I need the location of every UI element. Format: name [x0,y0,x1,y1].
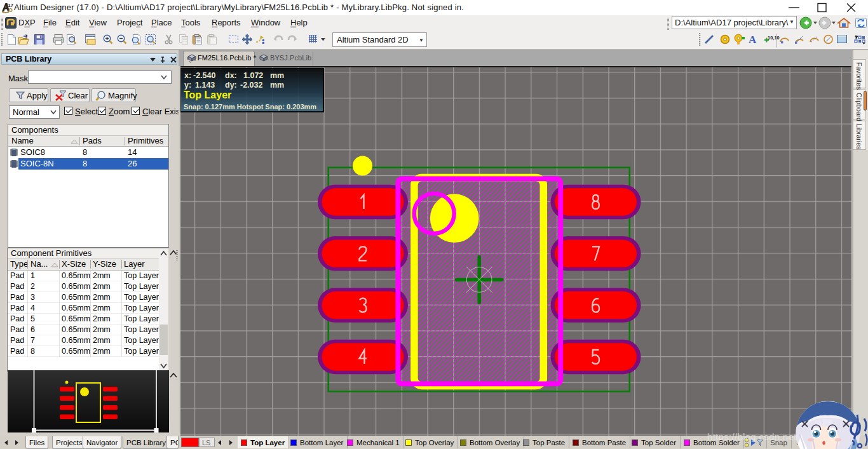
svg-text:A: A [749,34,757,46]
svg-text:17: 17 [8,3,13,8]
svg-text:10,10: 10,10 [768,35,780,41]
